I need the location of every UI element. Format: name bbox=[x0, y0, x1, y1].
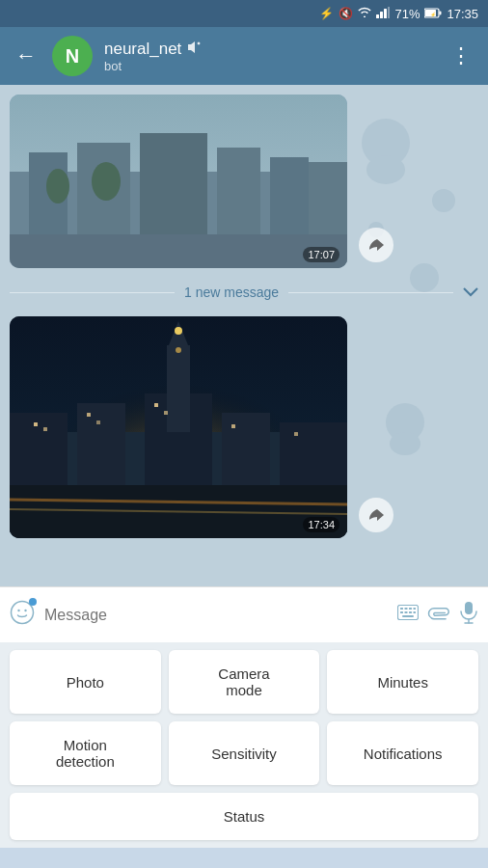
message-1-time: 17:07 bbox=[303, 247, 339, 262]
svg-rect-61 bbox=[409, 611, 412, 613]
svg-rect-49 bbox=[231, 424, 235, 428]
wifi-icon bbox=[358, 7, 371, 20]
sensitivity-button[interactable]: Sensitivity bbox=[169, 721, 320, 785]
chat-toolbar: ← N neural_net bot ⋮ bbox=[0, 27, 488, 85]
svg-point-53 bbox=[24, 609, 26, 610]
svg-rect-64 bbox=[465, 602, 473, 614]
attach-button[interactable] bbox=[422, 598, 456, 632]
status-bar: ⚡ 🔇 71% bbox=[0, 0, 488, 27]
svg-rect-3 bbox=[388, 7, 390, 18]
forward-button-1[interactable] bbox=[359, 228, 393, 262]
new-message-divider: 1 new message bbox=[10, 276, 478, 309]
svg-rect-1 bbox=[380, 12, 383, 18]
battery-icon: ⚡ bbox=[424, 8, 442, 20]
action-row-3: Status bbox=[10, 793, 478, 840]
chat-info: neural_net bot bbox=[104, 40, 435, 73]
mic-button[interactable] bbox=[459, 601, 478, 629]
chevron-down-icon[interactable] bbox=[463, 284, 478, 301]
svg-point-26 bbox=[92, 162, 121, 201]
status-icons: ⚡ 🔇 71% bbox=[319, 7, 478, 21]
svg-point-39 bbox=[176, 347, 181, 353]
photo-button[interactable]: Photo bbox=[10, 650, 161, 714]
svg-rect-46 bbox=[96, 420, 100, 424]
divider-text: 1 new message bbox=[184, 285, 279, 300]
minutes-button[interactable]: Minutes bbox=[327, 650, 478, 714]
action-row-1: Photo Camera mode Minutes bbox=[10, 650, 478, 714]
status-button[interactable]: Status bbox=[10, 793, 478, 840]
more-button[interactable]: ⋮ bbox=[447, 40, 476, 72]
emoji-btn-wrapper bbox=[10, 600, 35, 631]
svg-rect-59 bbox=[400, 611, 403, 613]
svg-rect-56 bbox=[405, 608, 408, 610]
bluetooth-icon: ⚡ bbox=[319, 7, 334, 20]
keyboard-button[interactable] bbox=[397, 605, 419, 625]
svg-rect-48 bbox=[164, 411, 168, 415]
divider-line-left bbox=[10, 292, 175, 293]
svg-rect-60 bbox=[405, 611, 408, 613]
svg-rect-36 bbox=[167, 345, 190, 432]
chat-name-row: neural_net bbox=[104, 40, 435, 59]
svg-rect-47 bbox=[154, 403, 158, 407]
mute-icon: 🔇 bbox=[339, 7, 353, 20]
message-1-image: 17:07 bbox=[10, 95, 347, 268]
message-1: 17:07 bbox=[10, 95, 347, 268]
notifications-button[interactable]: Notifications bbox=[327, 721, 478, 785]
svg-rect-2 bbox=[384, 9, 387, 18]
divider-line-right bbox=[288, 292, 453, 293]
svg-rect-57 bbox=[409, 608, 412, 610]
night-city-image: 17:34 bbox=[10, 316, 347, 538]
svg-rect-44 bbox=[43, 427, 47, 431]
svg-rect-0 bbox=[376, 14, 379, 18]
input-bar bbox=[0, 586, 488, 642]
avatar: N bbox=[52, 36, 93, 76]
signal-icon bbox=[376, 7, 390, 20]
action-row-2: Motion detection Sensitivity Notificatio… bbox=[10, 721, 478, 785]
action-grid: Photo Camera mode Minutes Motion detecti… bbox=[0, 642, 488, 848]
svg-rect-62 bbox=[414, 611, 417, 613]
svg-rect-63 bbox=[402, 615, 414, 617]
svg-point-38 bbox=[175, 327, 182, 335]
chat-area: 17:07 1 new message bbox=[0, 85, 488, 586]
message-2: 17:34 bbox=[10, 316, 347, 538]
messages-container: 17:07 1 new message bbox=[0, 85, 488, 586]
svg-rect-27 bbox=[10, 234, 347, 268]
battery-percent: 71% bbox=[394, 7, 420, 21]
chat-status: bot bbox=[104, 59, 435, 73]
chat-name-label: neural_net bbox=[104, 40, 181, 59]
message-2-image: 17:34 bbox=[10, 316, 347, 538]
message-input[interactable] bbox=[44, 607, 388, 624]
forward-button-2[interactable] bbox=[359, 498, 393, 532]
emoji-button[interactable] bbox=[10, 604, 35, 630]
message-2-time: 17:34 bbox=[303, 517, 339, 532]
muted-icon bbox=[187, 41, 203, 57]
svg-rect-50 bbox=[294, 432, 298, 436]
motion-detection-button[interactable]: Motion detection bbox=[10, 721, 161, 785]
emoji-notification-dot bbox=[29, 598, 37, 606]
svg-rect-6 bbox=[440, 11, 442, 14]
svg-point-52 bbox=[17, 609, 19, 610]
svg-rect-58 bbox=[414, 608, 417, 610]
svg-rect-45 bbox=[87, 413, 91, 417]
status-time: 17:35 bbox=[447, 7, 478, 21]
svg-text:⚡: ⚡ bbox=[430, 12, 437, 18]
svg-rect-55 bbox=[400, 608, 403, 610]
camera-mode-button[interactable]: Camera mode bbox=[169, 650, 320, 714]
day-city-image: 17:07 bbox=[10, 95, 347, 268]
svg-point-25 bbox=[46, 169, 69, 203]
back-button[interactable]: ← bbox=[12, 40, 41, 72]
svg-rect-43 bbox=[34, 422, 38, 426]
